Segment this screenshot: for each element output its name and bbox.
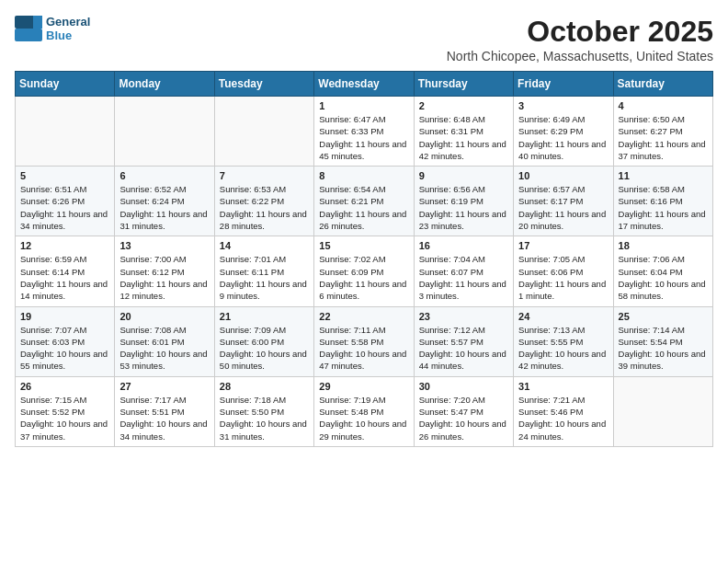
- day-number: 24: [518, 311, 608, 322]
- day-info: Sunrise: 7:20 AM Sunset: 5:47 PM Dayligh…: [419, 394, 508, 442]
- day-number: 19: [20, 311, 109, 322]
- calendar-cell: 25Sunrise: 7:14 AM Sunset: 5:54 PM Dayli…: [613, 306, 712, 376]
- calendar-cell: 15Sunrise: 7:02 AM Sunset: 6:09 PM Dayli…: [314, 236, 414, 306]
- calendar-cell: 29Sunrise: 7:19 AM Sunset: 5:48 PM Dayli…: [314, 376, 414, 446]
- logo-icon: [15, 16, 42, 41]
- calendar-cell: 5Sunrise: 6:51 AM Sunset: 6:26 PM Daylig…: [16, 167, 115, 236]
- calendar-cell: 31Sunrise: 7:21 AM Sunset: 5:46 PM Dayli…: [514, 376, 613, 446]
- day-info: Sunrise: 6:56 AM Sunset: 6:19 PM Dayligh…: [419, 183, 508, 232]
- day-info: Sunrise: 6:48 AM Sunset: 6:31 PM Dayligh…: [419, 113, 508, 162]
- day-info: Sunrise: 7:09 AM Sunset: 6:00 PM Dayligh…: [220, 324, 309, 373]
- day-number: 14: [220, 240, 309, 251]
- day-info: Sunrise: 7:15 AM Sunset: 5:52 PM Dayligh…: [20, 394, 109, 442]
- day-number: 22: [319, 311, 408, 322]
- calendar-header-day: Monday: [115, 72, 214, 97]
- calendar-cell: 7Sunrise: 6:53 AM Sunset: 6:22 PM Daylig…: [214, 167, 313, 236]
- calendar-cell: 1Sunrise: 6:47 AM Sunset: 6:33 PM Daylig…: [314, 97, 414, 167]
- svg-rect-1: [15, 29, 42, 41]
- calendar-week-row: 26Sunrise: 7:15 AM Sunset: 5:52 PM Dayli…: [16, 376, 713, 446]
- day-number: 12: [20, 240, 109, 251]
- page-header: General Blue October 2025 North Chicopee…: [15, 15, 713, 63]
- calendar-cell: [214, 97, 313, 167]
- day-number: 8: [319, 170, 408, 181]
- day-info: Sunrise: 7:19 AM Sunset: 5:48 PM Dayligh…: [319, 394, 408, 442]
- calendar-cell: 9Sunrise: 6:56 AM Sunset: 6:19 PM Daylig…: [414, 167, 513, 236]
- day-info: Sunrise: 7:06 AM Sunset: 6:04 PM Dayligh…: [619, 253, 708, 302]
- day-number: 11: [619, 170, 708, 181]
- calendar-cell: 27Sunrise: 7:17 AM Sunset: 5:51 PM Dayli…: [115, 376, 214, 446]
- day-number: 28: [220, 381, 309, 392]
- title-section: October 2025 North Chicopee, Massachuset…: [447, 15, 713, 63]
- calendar-cell: 26Sunrise: 7:15 AM Sunset: 5:52 PM Dayli…: [16, 376, 115, 446]
- calendar-cell: 16Sunrise: 7:04 AM Sunset: 6:07 PM Dayli…: [414, 236, 513, 306]
- location-subtitle: North Chicopee, Massachusetts, United St…: [447, 49, 713, 63]
- day-number: 29: [319, 381, 408, 392]
- day-info: Sunrise: 7:21 AM Sunset: 5:46 PM Dayligh…: [518, 394, 608, 442]
- day-number: 31: [518, 381, 608, 392]
- logo-text: General Blue: [46, 15, 90, 42]
- calendar-cell: 21Sunrise: 7:09 AM Sunset: 6:00 PM Dayli…: [214, 306, 313, 376]
- calendar-cell: 22Sunrise: 7:11 AM Sunset: 5:58 PM Dayli…: [314, 306, 414, 376]
- day-number: 27: [119, 381, 209, 392]
- calendar-cell: 6Sunrise: 6:52 AM Sunset: 6:24 PM Daylig…: [115, 167, 214, 236]
- day-info: Sunrise: 6:52 AM Sunset: 6:24 PM Dayligh…: [119, 183, 209, 232]
- calendar-cell: 14Sunrise: 7:01 AM Sunset: 6:11 PM Dayli…: [214, 236, 313, 306]
- calendar-cell: 18Sunrise: 7:06 AM Sunset: 6:04 PM Dayli…: [613, 236, 712, 306]
- day-info: Sunrise: 6:54 AM Sunset: 6:21 PM Dayligh…: [319, 183, 408, 232]
- day-info: Sunrise: 7:13 AM Sunset: 5:55 PM Dayligh…: [518, 324, 608, 373]
- calendar-cell: 8Sunrise: 6:54 AM Sunset: 6:21 PM Daylig…: [314, 167, 414, 236]
- calendar-cell: 4Sunrise: 6:50 AM Sunset: 6:27 PM Daylig…: [613, 97, 712, 167]
- day-info: Sunrise: 7:01 AM Sunset: 6:11 PM Dayligh…: [220, 253, 309, 302]
- day-number: 23: [419, 311, 508, 322]
- day-number: 7: [220, 170, 309, 181]
- calendar-cell: 28Sunrise: 7:18 AM Sunset: 5:50 PM Dayli…: [214, 376, 313, 446]
- calendar-header-day: Wednesday: [314, 72, 414, 97]
- day-number: 26: [20, 381, 109, 392]
- calendar-table: SundayMondayTuesdayWednesdayThursdayFrid…: [15, 71, 713, 447]
- day-number: 20: [119, 311, 209, 322]
- day-number: 16: [419, 240, 508, 251]
- calendar-cell: 2Sunrise: 6:48 AM Sunset: 6:31 PM Daylig…: [414, 97, 513, 167]
- day-info: Sunrise: 7:14 AM Sunset: 5:54 PM Dayligh…: [619, 324, 708, 373]
- calendar-cell: 10Sunrise: 6:57 AM Sunset: 6:17 PM Dayli…: [514, 167, 613, 236]
- day-info: Sunrise: 6:58 AM Sunset: 6:16 PM Dayligh…: [619, 183, 708, 232]
- calendar-header-day: Thursday: [414, 72, 513, 97]
- day-info: Sunrise: 6:47 AM Sunset: 6:33 PM Dayligh…: [319, 113, 408, 162]
- calendar-cell: 12Sunrise: 6:59 AM Sunset: 6:14 PM Dayli…: [16, 236, 115, 306]
- day-info: Sunrise: 7:00 AM Sunset: 6:12 PM Dayligh…: [119, 253, 209, 302]
- calendar-cell: 17Sunrise: 7:05 AM Sunset: 6:06 PM Dayli…: [514, 236, 613, 306]
- day-info: Sunrise: 7:05 AM Sunset: 6:06 PM Dayligh…: [518, 253, 608, 302]
- day-number: 21: [220, 311, 309, 322]
- day-number: 10: [518, 170, 608, 181]
- calendar-header-day: Sunday: [16, 72, 115, 97]
- calendar-cell: 30Sunrise: 7:20 AM Sunset: 5:47 PM Dayli…: [414, 376, 513, 446]
- day-number: 6: [119, 170, 209, 181]
- calendar-cell: 19Sunrise: 7:07 AM Sunset: 6:03 PM Dayli…: [16, 306, 115, 376]
- day-number: 9: [419, 170, 508, 181]
- svg-marker-2: [33, 16, 42, 29]
- day-info: Sunrise: 7:17 AM Sunset: 5:51 PM Dayligh…: [119, 394, 209, 442]
- day-number: 17: [518, 240, 608, 251]
- calendar-header-row: SundayMondayTuesdayWednesdayThursdayFrid…: [16, 72, 713, 97]
- calendar-cell: 20Sunrise: 7:08 AM Sunset: 6:01 PM Dayli…: [115, 306, 214, 376]
- calendar-header-day: Friday: [514, 72, 613, 97]
- calendar-cell: [16, 97, 115, 167]
- calendar-week-row: 12Sunrise: 6:59 AM Sunset: 6:14 PM Dayli…: [16, 236, 713, 306]
- day-info: Sunrise: 6:49 AM Sunset: 6:29 PM Dayligh…: [518, 113, 608, 162]
- day-info: Sunrise: 7:04 AM Sunset: 6:07 PM Dayligh…: [419, 253, 508, 302]
- day-number: 25: [619, 311, 708, 322]
- calendar-cell: 23Sunrise: 7:12 AM Sunset: 5:57 PM Dayli…: [414, 306, 513, 376]
- calendar-cell: 13Sunrise: 7:00 AM Sunset: 6:12 PM Dayli…: [115, 236, 214, 306]
- day-number: 5: [20, 170, 109, 181]
- day-number: 18: [619, 240, 708, 251]
- calendar-cell: [115, 97, 214, 167]
- day-info: Sunrise: 6:59 AM Sunset: 6:14 PM Dayligh…: [20, 253, 109, 302]
- calendar-cell: 3Sunrise: 6:49 AM Sunset: 6:29 PM Daylig…: [514, 97, 613, 167]
- day-info: Sunrise: 6:57 AM Sunset: 6:17 PM Dayligh…: [518, 183, 608, 232]
- day-number: 15: [319, 240, 408, 251]
- calendar-week-row: 5Sunrise: 6:51 AM Sunset: 6:26 PM Daylig…: [16, 167, 713, 236]
- day-info: Sunrise: 6:53 AM Sunset: 6:22 PM Dayligh…: [220, 183, 309, 232]
- calendar-cell: 11Sunrise: 6:58 AM Sunset: 6:16 PM Dayli…: [613, 167, 712, 236]
- day-info: Sunrise: 7:02 AM Sunset: 6:09 PM Dayligh…: [319, 253, 408, 302]
- calendar-week-row: 1Sunrise: 6:47 AM Sunset: 6:33 PM Daylig…: [16, 97, 713, 167]
